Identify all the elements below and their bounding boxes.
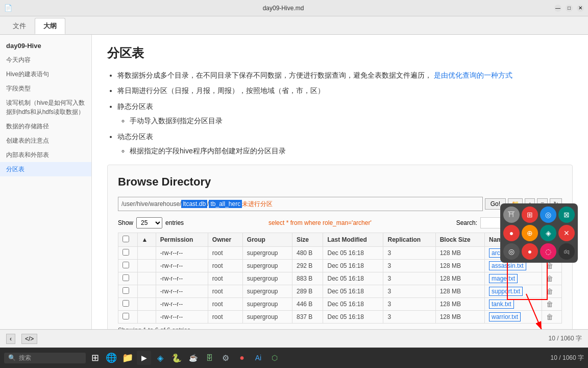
table-row: -rw-r--r-- root supergroup 292 B Dec 05 … — [118, 260, 562, 272]
row-name[interactable]: tank.txt — [484, 298, 542, 311]
row-block: 128 MB — [435, 272, 484, 285]
row-repl: 3 — [383, 311, 435, 324]
row-group: supergroup — [242, 298, 292, 311]
taskbar-icon-windows[interactable]: ⊞ — [88, 351, 102, 365]
row-modified: Dec 05 16:18 — [323, 247, 383, 260]
path-input[interactable]: /user/hive/warehouse/ltcast.db/tb_all_he… — [118, 197, 483, 211]
search-icon: 🔍 — [8, 354, 16, 361]
taskbar-icon-folder[interactable]: 📁 — [120, 351, 135, 365]
row-owner: root — [208, 260, 242, 272]
file-table-container: ▲ Permission Owner Group Size Last Modif… — [118, 233, 562, 324]
col-owner[interactable]: Owner — [208, 233, 242, 247]
taskbar-icon-java[interactable]: ☕ — [186, 351, 200, 365]
row-group: supergroup — [242, 285, 292, 298]
col-group[interactable]: Group — [242, 233, 292, 247]
bullet-item-4: 动态分区表 根据指定的字段hive程序内部创建对应的分区目录 — [117, 131, 573, 157]
taskbar-icon-app3[interactable]: Ai — [251, 351, 265, 365]
sidebar-item-internal-external[interactable]: 内部表和外部表 — [0, 148, 91, 162]
ft-icon-dq[interactable]: dq — [558, 243, 575, 260]
row-checkbox[interactable] — [118, 260, 138, 272]
bullet-1-text: 将数据拆分成多个目录，在不同目录下保存不同数据，方便进行数据查询，避免全表数据文… — [117, 71, 432, 79]
col-replication[interactable]: Replication — [383, 233, 435, 247]
page-info: 10 / 1060 字 — [549, 334, 582, 343]
search-label: Search: — [456, 219, 477, 226]
ft-icon-9[interactable]: ◎ — [503, 243, 520, 260]
row-block: 128 MB — [435, 247, 484, 260]
entries-label: entries — [165, 219, 184, 226]
taskbar-icon-browser[interactable]: 🌐 — [104, 351, 118, 365]
ft-icon-5[interactable]: ● — [503, 225, 520, 241]
maximize-button[interactable]: □ — [566, 5, 573, 12]
row-delete[interactable]: 🗑 — [542, 311, 562, 324]
row-perm: -rw-r--r-- — [156, 285, 208, 298]
row-name[interactable]: warrior.txt — [484, 311, 542, 324]
row-owner: root — [208, 285, 242, 298]
sidebar-item-rw-mechanism[interactable]: 读写机制（hive是如何写入数据到hdfs和从hdfs读取数据） — [0, 96, 91, 119]
ft-icon-2[interactable]: ⊞ — [522, 206, 538, 223]
back-nav-button[interactable]: ‹ — [6, 334, 15, 344]
path-normal: /user/hive/warehouse/ — [121, 200, 181, 208]
table-row: -rw-r--r-- root supergroup 480 B Dec 05 … — [118, 247, 562, 260]
minimize-button[interactable]: — — [554, 5, 561, 12]
row-name[interactable]: mage.txt — [484, 272, 542, 285]
row-checkbox[interactable] — [118, 272, 138, 285]
sidebar-item-create-table[interactable]: Hive的建表语句 — [0, 67, 91, 81]
tab-outline[interactable]: 大纲 — [35, 18, 65, 34]
ft-icon-11[interactable]: ◌ — [540, 243, 556, 260]
path-bar: /user/hive/warehouse/ltcast.db/tb_all_he… — [118, 197, 562, 211]
row-name[interactable]: support.txt — [484, 285, 542, 298]
taskbar-icon-app2[interactable]: ● — [235, 351, 249, 365]
ft-icon-6[interactable]: ⊕ — [522, 225, 538, 241]
row-checkbox[interactable] — [118, 285, 138, 298]
sub-list-4: 根据指定的字段hive程序内部创建对应的分区目录 — [117, 145, 573, 156]
taskbar-icon-db[interactable]: 🗄 — [202, 351, 216, 365]
titlebar-title: day09-Hive.md — [12, 5, 554, 12]
bullet-item-3: 静态分区表 手动导入数据到指定分区目录 — [117, 101, 573, 127]
row-num — [137, 272, 156, 285]
col-modified[interactable]: Last Modified — [323, 233, 383, 247]
sidebar-item-storage-path[interactable]: 数据的存储路径 — [0, 119, 91, 133]
row-delete[interactable]: 🗑 — [542, 298, 562, 311]
browse-directory-title: Browse Directory — [118, 175, 562, 189]
close-button[interactable]: ✕ — [577, 5, 584, 12]
taskbar-icon-python[interactable]: 🐍 — [169, 351, 184, 365]
sidebar-item-today[interactable]: 今天内容 — [0, 53, 91, 67]
ft-icon-4[interactable]: ⊠ — [558, 206, 575, 223]
taskbar: 🔍 搜索 ⊞ 🌐 📁 ▶ ◈ 🐍 ☕ 🗄 ⚙ ● Ai ⬡ 10 / 1060 … — [0, 348, 588, 368]
ft-icon-3[interactable]: ◎ — [540, 206, 556, 223]
code-nav-button[interactable]: </> — [21, 334, 37, 344]
query-hint: select * from where role_man='archer' — [268, 219, 372, 226]
ft-icon-10[interactable]: ● — [522, 243, 538, 260]
select-all-checkbox[interactable] — [122, 236, 129, 242]
row-size: 292 B — [292, 260, 323, 272]
row-perm: -rw-r--r-- — [156, 298, 208, 311]
sidebar-item-field-types[interactable]: 字段类型 — [0, 81, 91, 96]
sidebar-item-partition[interactable]: 分区表 — [0, 162, 91, 176]
taskbar-icon-app4[interactable]: ⬡ — [267, 351, 282, 365]
tab-file[interactable]: 文件 — [4, 18, 35, 34]
sub-item-3-1: 手动导入数据到指定分区目录 — [130, 115, 573, 126]
row-checkbox[interactable] — [118, 247, 138, 260]
col-size[interactable]: Size — [292, 233, 323, 247]
show-entries: Show 25 50 100 entries — [118, 217, 184, 228]
col-permission[interactable]: Permission — [156, 233, 208, 247]
col-sort[interactable]: ▲ — [137, 233, 156, 247]
entries-select[interactable]: 25 50 100 — [136, 217, 162, 228]
row-delete[interactable]: 🗑 — [542, 285, 562, 298]
row-checkbox[interactable] — [118, 311, 138, 324]
col-blocksize[interactable]: Block Size — [435, 233, 484, 247]
ft-icon-7[interactable]: ◈ — [540, 225, 556, 241]
ft-icon-1[interactable]: ⛩ — [503, 206, 520, 223]
sidebar-item-table-notes[interactable]: 创建表的注意点 — [0, 133, 91, 148]
taskbar-icon-vscode[interactable]: ◈ — [153, 351, 167, 365]
row-repl: 3 — [383, 260, 435, 272]
row-size: 837 B — [292, 311, 323, 324]
ft-icon-8[interactable]: ✕ — [558, 225, 575, 241]
row-group: supergroup — [242, 260, 292, 272]
row-delete[interactable]: 🗑 — [542, 272, 562, 285]
taskbar-icon-terminal[interactable]: ▶ — [137, 351, 151, 365]
row-checkbox[interactable] — [118, 298, 138, 311]
content-area: 分区表 将数据拆分成多个目录，在不同目录下保存不同数据，方便进行数据查询，避免全… — [92, 35, 588, 329]
row-modified: Dec 05 16:18 — [323, 311, 383, 324]
taskbar-icon-settings[interactable]: ⚙ — [218, 351, 233, 365]
